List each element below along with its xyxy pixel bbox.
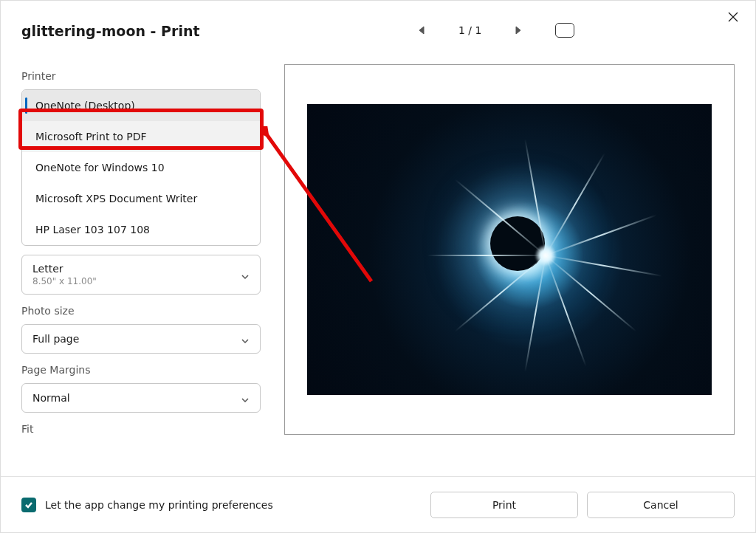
ray xyxy=(525,255,547,372)
page-indicator: 1 / 1 xyxy=(458,24,481,36)
paper-size-value: Letter xyxy=(32,263,97,275)
check-icon xyxy=(24,501,33,509)
page-margins-value: Normal xyxy=(32,392,70,404)
photo-size-label: Photo size xyxy=(21,305,261,317)
fullscreen-button[interactable] xyxy=(555,23,574,38)
photo-size-select[interactable]: Full page xyxy=(21,324,261,354)
printer-option-onenote-windows-10[interactable]: OneNote for Windows 10 xyxy=(22,152,260,183)
page-navigator: 1 / 1 xyxy=(414,23,574,38)
prev-page-button[interactable] xyxy=(414,23,429,38)
printer-dropdown-list[interactable]: OneNote (Desktop) Microsoft Print to PDF… xyxy=(21,89,261,246)
ray xyxy=(427,255,546,256)
preferences-checkbox[interactable] xyxy=(21,498,36,512)
photo-size-value: Full page xyxy=(32,333,79,345)
next-page-button[interactable] xyxy=(511,23,526,38)
svg-marker-2 xyxy=(419,27,424,34)
print-dialog: glittering-moon - Print 1 / 1 Printer On… xyxy=(0,0,756,533)
print-button[interactable]: Print xyxy=(430,492,578,518)
fit-label: Fit xyxy=(21,423,261,435)
cancel-button[interactable]: Cancel xyxy=(587,492,735,518)
paper-size-select[interactable]: Letter 8.50" x 11.00" xyxy=(21,255,261,295)
chevron-down-icon xyxy=(241,393,250,402)
dialog-footer: Let the app change my printing preferenc… xyxy=(1,476,755,532)
ray xyxy=(545,153,605,256)
printer-option-microsoft-print-to-pdf[interactable]: Microsoft Print to PDF xyxy=(22,121,260,152)
chevron-down-icon xyxy=(241,270,250,279)
preview-page xyxy=(299,81,720,418)
preferences-label[interactable]: Let the app change my printing preferenc… xyxy=(45,499,273,511)
ray xyxy=(546,214,657,256)
printer-label: Printer xyxy=(21,70,261,82)
svg-marker-3 xyxy=(516,27,520,34)
chevron-right-icon xyxy=(515,26,522,35)
preview-image xyxy=(307,104,712,395)
page-margins-select[interactable]: Normal xyxy=(21,383,261,413)
chevron-down-icon xyxy=(241,334,250,343)
chevron-left-icon xyxy=(418,26,425,35)
dialog-title: glittering-moon - Print xyxy=(21,23,200,39)
print-options-panel: Printer OneNote (Desktop) Microsoft Prin… xyxy=(21,60,261,442)
paper-size-dimensions: 8.50" x 11.00" xyxy=(32,276,97,286)
close-button[interactable] xyxy=(721,5,745,29)
page-margins-label: Page Margins xyxy=(21,364,261,376)
printer-option-xps-document-writer[interactable]: Microsoft XPS Document Writer xyxy=(22,183,260,214)
ray xyxy=(546,255,662,277)
close-icon xyxy=(728,12,738,22)
printer-option-onenote-desktop[interactable]: OneNote (Desktop) xyxy=(22,90,260,121)
printer-option-hp-laser[interactable]: HP Laser 103 107 108 xyxy=(22,214,260,245)
print-preview xyxy=(284,64,735,435)
